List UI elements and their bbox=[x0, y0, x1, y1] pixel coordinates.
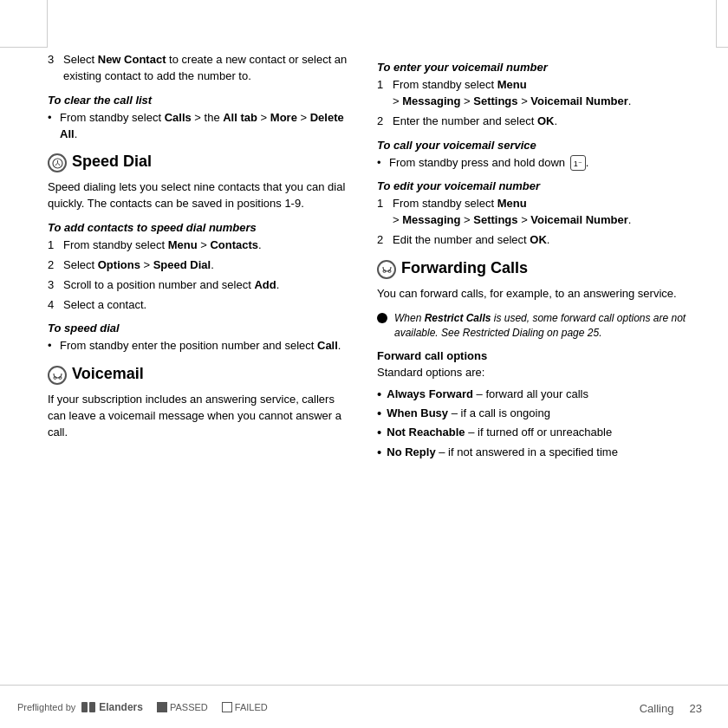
bullet-symbol: • bbox=[48, 110, 60, 143]
speed-dial-icon bbox=[48, 153, 67, 172]
sd-num-3: 3 bbox=[48, 277, 63, 294]
sd-num-2: 2 bbox=[48, 257, 63, 274]
svg-rect-6 bbox=[81, 702, 88, 712]
evm-text-1: From standby select Menu> Messaging > Se… bbox=[393, 196, 631, 229]
page-number: 23 bbox=[690, 702, 702, 715]
fwd-bullet-4: • No Reply – if not answered in a specif… bbox=[377, 445, 711, 460]
note-dot-icon bbox=[377, 313, 387, 323]
voicemail-icon bbox=[48, 366, 67, 385]
sd-item-3: 3 Scroll to a position number and select… bbox=[48, 277, 351, 294]
forwarding-heading-area: Forwarding Calls bbox=[377, 259, 711, 283]
svg-point-2 bbox=[54, 376, 56, 379]
fwd-bullet-3-text: Not Reachable – if turned off or unreach… bbox=[387, 425, 612, 440]
elanders-text: Elanders bbox=[99, 701, 143, 713]
note-box: When Restrict Calls is used, some forwar… bbox=[377, 311, 711, 341]
sd-item-2: 2 Select Options > Speed Dial. bbox=[48, 257, 351, 274]
sd-num-1: 1 bbox=[48, 237, 63, 254]
passed-checkbox: PASSED bbox=[157, 702, 208, 712]
preflighted-area: Preflighted by Elanders PASSED FAILED bbox=[17, 701, 268, 713]
voicemail-heading: Voicemail bbox=[72, 365, 144, 383]
fwd-options-title: Forward call options bbox=[377, 349, 487, 362]
right-column: To enter your voicemail number 1 From st… bbox=[368, 52, 711, 672]
svg-point-5 bbox=[388, 270, 391, 273]
voicemail-body: If your subscription includes an answeri… bbox=[48, 392, 351, 441]
fwd-options-body: Standard options are: bbox=[377, 366, 484, 379]
svg-point-3 bbox=[59, 376, 62, 379]
key-1-icon: 1⁻ bbox=[570, 155, 586, 171]
edit-vm-title: To edit your voicemail number bbox=[377, 179, 711, 192]
evm-item-1: 1 From standby select Menu> Messaging > … bbox=[377, 196, 711, 229]
fwd-bullet-2: • When Busy – if a call is ongoing bbox=[377, 406, 711, 421]
passed-check-icon bbox=[157, 702, 167, 712]
svg-rect-7 bbox=[89, 702, 95, 712]
speed-dial-bull: • From standby enter the position number… bbox=[48, 338, 351, 354]
speed-dial-bull-text: From standby enter the position number a… bbox=[60, 338, 341, 354]
speed-dial-heading: Speed Dial bbox=[72, 153, 152, 171]
note-text: When Restrict Calls is used, some forwar… bbox=[394, 311, 711, 341]
sd-num-4: 4 bbox=[48, 297, 63, 314]
failed-label: FAILED bbox=[235, 702, 268, 712]
enter-vm-title: To enter your voicemail number bbox=[377, 61, 711, 74]
content-area: 3 Select New Contact to create a new con… bbox=[48, 52, 711, 672]
elanders-logo: Elanders bbox=[81, 701, 143, 713]
failed-check-icon bbox=[222, 702, 232, 712]
speed-dial-heading-area: Speed Dial bbox=[48, 153, 351, 176]
forwarding-heading: Forwarding Calls bbox=[401, 259, 528, 277]
page: 3 Select New Contact to create a new con… bbox=[0, 0, 728, 728]
failed-checkbox: FAILED bbox=[222, 702, 268, 712]
fwd-bull-symbol-1: • bbox=[377, 387, 381, 402]
page-number-area: Calling 23 bbox=[640, 702, 702, 715]
fwd-bull-symbol-3: • bbox=[377, 425, 381, 440]
forwarding-body: You can forward calls, for example, to a… bbox=[377, 286, 711, 302]
footer-text: Calling bbox=[640, 702, 674, 715]
fwd-bullet-4-text: No Reply – if not answered in a specifie… bbox=[387, 445, 618, 460]
forwarding-icon bbox=[377, 260, 396, 279]
clear-bull-1: • From standby select Calls > the All ta… bbox=[48, 110, 351, 143]
preflighted-label: Preflighted by bbox=[17, 702, 75, 712]
vm-item-1: 1 From standby select Menu> Messaging > … bbox=[377, 77, 711, 110]
vm-num-2: 2 bbox=[377, 114, 393, 130]
vm-item-2: 2 Enter the number and select OK. bbox=[377, 114, 711, 130]
fold-mark-tr bbox=[716, 0, 728, 48]
clear-call-list-title: To clear the call list bbox=[48, 94, 351, 107]
fwd-bullet-1: • Always Forward – forward all your call… bbox=[377, 387, 711, 402]
bullet-symbol-3: • bbox=[377, 155, 389, 172]
sd-item-1: 1 From standby select Menu > Contacts. bbox=[48, 237, 351, 254]
vm-num-1: 1 bbox=[377, 77, 393, 110]
item-3-text: Select New Contact to create a new conta… bbox=[63, 52, 351, 85]
fwd-bull-symbol-2: • bbox=[377, 406, 381, 421]
elanders-logo-icon bbox=[81, 701, 96, 713]
vm-text-1: From standby select Menu> Messaging > Se… bbox=[393, 77, 631, 110]
vm-text-2: Enter the number and select OK. bbox=[393, 114, 557, 130]
bullet-symbol-2: • bbox=[48, 338, 60, 354]
evm-text-2: Edit the number and select OK. bbox=[393, 232, 549, 249]
sd-text-2: Select Options > Speed Dial. bbox=[63, 257, 214, 274]
sd-text-4: Select a contact. bbox=[63, 297, 146, 314]
sd-item-4: 4 Select a contact. bbox=[48, 297, 351, 314]
fwd-options-title-area: Forward call options Standard options ar… bbox=[377, 348, 711, 381]
to-speed-dial-title: To speed dial bbox=[48, 322, 351, 335]
fwd-bullet-2-text: When Busy – if a call is ongoing bbox=[387, 406, 550, 421]
left-column: 3 Select New Contact to create a new con… bbox=[48, 52, 368, 672]
fwd-bullet-1-text: Always Forward – forward all your calls bbox=[387, 387, 588, 402]
speed-dial-body: Speed dialing lets you select nine conta… bbox=[48, 179, 351, 212]
call-vm-bull-text: From standby press and hold down 1⁻. bbox=[389, 155, 588, 172]
evm-item-2: 2 Edit the number and select OK. bbox=[377, 232, 711, 249]
clear-bull-1-text: From standby select Calls > the All tab … bbox=[60, 110, 351, 143]
voicemail-heading-area: Voicemail bbox=[48, 365, 351, 388]
passed-label: PASSED bbox=[170, 702, 208, 712]
sd-text-3: Scroll to a position number and select A… bbox=[63, 277, 279, 294]
fold-mark-tl bbox=[0, 0, 48, 48]
call-vm-bull: • From standby press and hold down 1⁻. bbox=[377, 155, 711, 172]
evm-num-1: 1 bbox=[377, 196, 393, 229]
item-3: 3 Select New Contact to create a new con… bbox=[48, 52, 351, 85]
evm-num-2: 2 bbox=[377, 232, 393, 249]
call-vm-title: To call your voicemail service bbox=[377, 139, 711, 152]
sd-text-1: From standby select Menu > Contacts. bbox=[63, 237, 262, 254]
fwd-bullet-3: • Not Reachable – if turned off or unrea… bbox=[377, 425, 711, 440]
item-3-num: 3 bbox=[48, 52, 63, 85]
fwd-bull-symbol-4: • bbox=[377, 445, 381, 460]
footer: Preflighted by Elanders PASSED FAILED Ca… bbox=[0, 685, 728, 728]
svg-point-4 bbox=[383, 270, 386, 273]
add-contacts-title: To add contacts to speed dial numbers bbox=[48, 221, 351, 234]
